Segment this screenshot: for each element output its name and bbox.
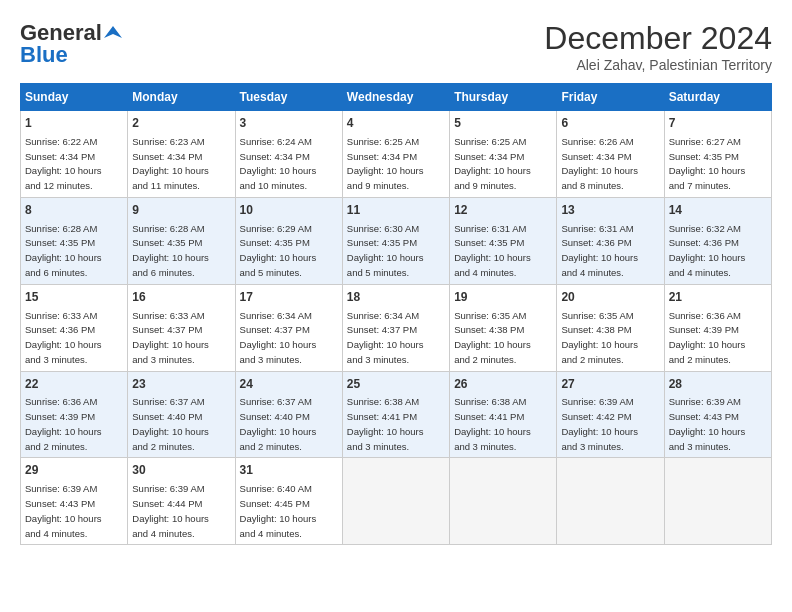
day-info: Sunrise: 6:28 AM Sunset: 4:35 PM Dayligh… xyxy=(25,223,102,278)
day-number: 6 xyxy=(561,115,659,132)
day-number: 26 xyxy=(454,376,552,393)
day-number: 5 xyxy=(454,115,552,132)
day-info: Sunrise: 6:39 AM Sunset: 4:43 PM Dayligh… xyxy=(25,483,102,538)
day-number: 29 xyxy=(25,462,123,479)
logo-bird-icon xyxy=(104,24,122,42)
day-info: Sunrise: 6:29 AM Sunset: 4:35 PM Dayligh… xyxy=(240,223,317,278)
day-cell-13: 13Sunrise: 6:31 AM Sunset: 4:36 PM Dayli… xyxy=(557,197,664,284)
day-cell-24: 24Sunrise: 6:37 AM Sunset: 4:40 PM Dayli… xyxy=(235,371,342,458)
page-header: General Blue December 2024 Alei Zahav, P… xyxy=(20,20,772,73)
day-cell-15: 15Sunrise: 6:33 AM Sunset: 4:36 PM Dayli… xyxy=(21,284,128,371)
day-info: Sunrise: 6:31 AM Sunset: 4:35 PM Dayligh… xyxy=(454,223,531,278)
empty-cell xyxy=(450,458,557,545)
calendar-row: 29Sunrise: 6:39 AM Sunset: 4:43 PM Dayli… xyxy=(21,458,772,545)
logo-blue: Blue xyxy=(20,42,68,68)
day-cell-25: 25Sunrise: 6:38 AM Sunset: 4:41 PM Dayli… xyxy=(342,371,449,458)
day-info: Sunrise: 6:37 AM Sunset: 4:40 PM Dayligh… xyxy=(240,396,317,451)
col-header-saturday: Saturday xyxy=(664,84,771,111)
day-number: 30 xyxy=(132,462,230,479)
day-cell-2: 2Sunrise: 6:23 AM Sunset: 4:34 PM Daylig… xyxy=(128,111,235,198)
day-info: Sunrise: 6:34 AM Sunset: 4:37 PM Dayligh… xyxy=(347,310,424,365)
day-number: 31 xyxy=(240,462,338,479)
col-header-tuesday: Tuesday xyxy=(235,84,342,111)
day-number: 28 xyxy=(669,376,767,393)
day-cell-20: 20Sunrise: 6:35 AM Sunset: 4:38 PM Dayli… xyxy=(557,284,664,371)
empty-cell xyxy=(557,458,664,545)
day-cell-16: 16Sunrise: 6:33 AM Sunset: 4:37 PM Dayli… xyxy=(128,284,235,371)
day-cell-26: 26Sunrise: 6:38 AM Sunset: 4:41 PM Dayli… xyxy=(450,371,557,458)
day-cell-19: 19Sunrise: 6:35 AM Sunset: 4:38 PM Dayli… xyxy=(450,284,557,371)
day-number: 2 xyxy=(132,115,230,132)
day-cell-1: 1Sunrise: 6:22 AM Sunset: 4:34 PM Daylig… xyxy=(21,111,128,198)
day-cell-9: 9Sunrise: 6:28 AM Sunset: 4:35 PM Daylig… xyxy=(128,197,235,284)
calendar-table: SundayMondayTuesdayWednesdayThursdayFrid… xyxy=(20,83,772,545)
col-header-wednesday: Wednesday xyxy=(342,84,449,111)
calendar-row: 8Sunrise: 6:28 AM Sunset: 4:35 PM Daylig… xyxy=(21,197,772,284)
day-number: 18 xyxy=(347,289,445,306)
day-number: 11 xyxy=(347,202,445,219)
title-section: December 2024 Alei Zahav, Palestinian Te… xyxy=(544,20,772,73)
day-cell-7: 7Sunrise: 6:27 AM Sunset: 4:35 PM Daylig… xyxy=(664,111,771,198)
month-title: December 2024 xyxy=(544,20,772,57)
day-number: 10 xyxy=(240,202,338,219)
day-info: Sunrise: 6:22 AM Sunset: 4:34 PM Dayligh… xyxy=(25,136,102,191)
day-info: Sunrise: 6:38 AM Sunset: 4:41 PM Dayligh… xyxy=(347,396,424,451)
day-number: 20 xyxy=(561,289,659,306)
day-number: 15 xyxy=(25,289,123,306)
day-info: Sunrise: 6:39 AM Sunset: 4:43 PM Dayligh… xyxy=(669,396,746,451)
day-cell-4: 4Sunrise: 6:25 AM Sunset: 4:34 PM Daylig… xyxy=(342,111,449,198)
logo: General Blue xyxy=(20,20,122,68)
col-header-friday: Friday xyxy=(557,84,664,111)
day-cell-5: 5Sunrise: 6:25 AM Sunset: 4:34 PM Daylig… xyxy=(450,111,557,198)
day-cell-27: 27Sunrise: 6:39 AM Sunset: 4:42 PM Dayli… xyxy=(557,371,664,458)
day-number: 3 xyxy=(240,115,338,132)
empty-cell xyxy=(342,458,449,545)
day-info: Sunrise: 6:33 AM Sunset: 4:37 PM Dayligh… xyxy=(132,310,209,365)
day-info: Sunrise: 6:33 AM Sunset: 4:36 PM Dayligh… xyxy=(25,310,102,365)
day-number: 22 xyxy=(25,376,123,393)
day-info: Sunrise: 6:38 AM Sunset: 4:41 PM Dayligh… xyxy=(454,396,531,451)
day-cell-8: 8Sunrise: 6:28 AM Sunset: 4:35 PM Daylig… xyxy=(21,197,128,284)
day-cell-17: 17Sunrise: 6:34 AM Sunset: 4:37 PM Dayli… xyxy=(235,284,342,371)
day-number: 16 xyxy=(132,289,230,306)
day-number: 21 xyxy=(669,289,767,306)
calendar-row: 22Sunrise: 6:36 AM Sunset: 4:39 PM Dayli… xyxy=(21,371,772,458)
calendar-row: 15Sunrise: 6:33 AM Sunset: 4:36 PM Dayli… xyxy=(21,284,772,371)
day-number: 23 xyxy=(132,376,230,393)
day-info: Sunrise: 6:31 AM Sunset: 4:36 PM Dayligh… xyxy=(561,223,638,278)
day-cell-28: 28Sunrise: 6:39 AM Sunset: 4:43 PM Dayli… xyxy=(664,371,771,458)
day-info: Sunrise: 6:39 AM Sunset: 4:44 PM Dayligh… xyxy=(132,483,209,538)
day-number: 9 xyxy=(132,202,230,219)
day-number: 17 xyxy=(240,289,338,306)
location: Alei Zahav, Palestinian Territory xyxy=(544,57,772,73)
day-number: 7 xyxy=(669,115,767,132)
day-number: 13 xyxy=(561,202,659,219)
header-row: SundayMondayTuesdayWednesdayThursdayFrid… xyxy=(21,84,772,111)
day-cell-18: 18Sunrise: 6:34 AM Sunset: 4:37 PM Dayli… xyxy=(342,284,449,371)
day-info: Sunrise: 6:34 AM Sunset: 4:37 PM Dayligh… xyxy=(240,310,317,365)
day-info: Sunrise: 6:35 AM Sunset: 4:38 PM Dayligh… xyxy=(561,310,638,365)
day-info: Sunrise: 6:40 AM Sunset: 4:45 PM Dayligh… xyxy=(240,483,317,538)
day-number: 4 xyxy=(347,115,445,132)
col-header-sunday: Sunday xyxy=(21,84,128,111)
empty-cell xyxy=(664,458,771,545)
day-number: 14 xyxy=(669,202,767,219)
day-cell-14: 14Sunrise: 6:32 AM Sunset: 4:36 PM Dayli… xyxy=(664,197,771,284)
day-cell-11: 11Sunrise: 6:30 AM Sunset: 4:35 PM Dayli… xyxy=(342,197,449,284)
svg-marker-0 xyxy=(104,26,122,38)
day-info: Sunrise: 6:32 AM Sunset: 4:36 PM Dayligh… xyxy=(669,223,746,278)
day-info: Sunrise: 6:25 AM Sunset: 4:34 PM Dayligh… xyxy=(347,136,424,191)
day-info: Sunrise: 6:39 AM Sunset: 4:42 PM Dayligh… xyxy=(561,396,638,451)
day-info: Sunrise: 6:37 AM Sunset: 4:40 PM Dayligh… xyxy=(132,396,209,451)
day-cell-12: 12Sunrise: 6:31 AM Sunset: 4:35 PM Dayli… xyxy=(450,197,557,284)
day-number: 19 xyxy=(454,289,552,306)
day-cell-30: 30Sunrise: 6:39 AM Sunset: 4:44 PM Dayli… xyxy=(128,458,235,545)
day-cell-3: 3Sunrise: 6:24 AM Sunset: 4:34 PM Daylig… xyxy=(235,111,342,198)
day-cell-29: 29Sunrise: 6:39 AM Sunset: 4:43 PM Dayli… xyxy=(21,458,128,545)
day-number: 24 xyxy=(240,376,338,393)
day-info: Sunrise: 6:35 AM Sunset: 4:38 PM Dayligh… xyxy=(454,310,531,365)
day-number: 25 xyxy=(347,376,445,393)
day-cell-6: 6Sunrise: 6:26 AM Sunset: 4:34 PM Daylig… xyxy=(557,111,664,198)
day-info: Sunrise: 6:24 AM Sunset: 4:34 PM Dayligh… xyxy=(240,136,317,191)
day-info: Sunrise: 6:30 AM Sunset: 4:35 PM Dayligh… xyxy=(347,223,424,278)
